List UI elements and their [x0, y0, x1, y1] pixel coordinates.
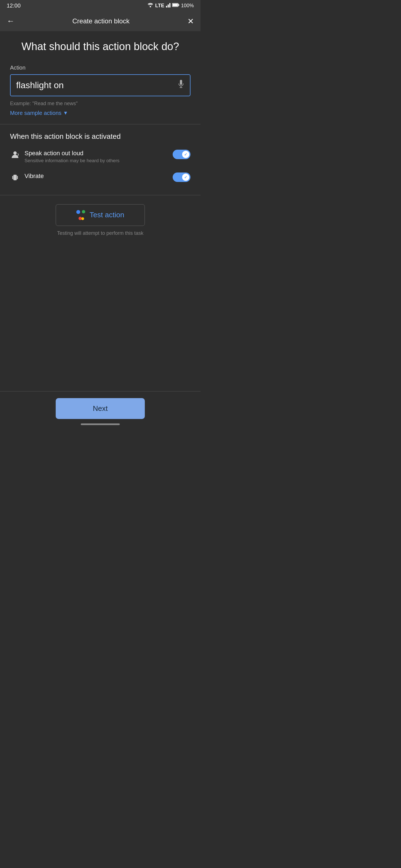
- activated-section-title: When this action block is activated: [10, 132, 191, 141]
- svg-rect-13: [17, 176, 18, 179]
- svg-rect-3: [169, 3, 170, 7]
- main-content: What should this action block do? Action…: [0, 31, 200, 391]
- next-button[interactable]: Next: [56, 398, 145, 419]
- more-samples-label: More sample actions: [10, 110, 61, 116]
- status-icons: LTE 100%: [147, 2, 194, 9]
- wifi-icon: [147, 3, 153, 8]
- status-bar: 12:00 LTE 100%: [0, 0, 200, 11]
- speak-action-left: Speak action out loud Sensitive informat…: [10, 150, 119, 163]
- bottom-bar: Next: [0, 391, 200, 434]
- lte-label: LTE: [155, 3, 164, 9]
- vibrate-label: Vibrate: [25, 173, 44, 180]
- test-description: Testing will attempt to perform this tas…: [57, 230, 143, 236]
- back-button[interactable]: ←: [7, 17, 15, 26]
- speak-action-sublabel: Sensitive information may be heard by ot…: [25, 158, 119, 163]
- signal-icon: [166, 2, 170, 9]
- toggle-knob-speak: ✓: [182, 151, 189, 158]
- toggle-knob-vibrate: ✓: [182, 174, 189, 181]
- speak-text-block: Speak action out loud Sensitive informat…: [25, 150, 119, 163]
- speak-action-row: Speak action out loud Sensitive informat…: [10, 150, 191, 163]
- test-action-section: Test action Testing will attempt to perf…: [10, 204, 191, 245]
- vibrate-icon: [10, 173, 20, 184]
- vibrate-text-block: Vibrate: [25, 173, 44, 180]
- page-question: What should this action block do?: [10, 40, 191, 54]
- test-action-button[interactable]: Test action: [56, 204, 145, 226]
- google-assistant-icon: [76, 210, 86, 220]
- vibrate-toggle[interactable]: ✓: [173, 173, 191, 182]
- close-button[interactable]: ✕: [188, 17, 194, 26]
- more-samples-button[interactable]: More sample actions ▼: [10, 110, 191, 116]
- svg-rect-2: [168, 4, 169, 7]
- action-input-text: flashlight on: [16, 80, 64, 90]
- svg-rect-12: [12, 176, 13, 179]
- header: ← Create action block ✕: [0, 11, 200, 31]
- svg-rect-7: [180, 80, 182, 85]
- dot-yellow: [81, 217, 84, 220]
- test-action-label: Test action: [90, 211, 124, 219]
- example-text: Example: "Read me the news": [10, 101, 191, 106]
- svg-point-10: [13, 151, 17, 155]
- speak-action-toggle[interactable]: ✓: [173, 150, 191, 159]
- divider-1: [0, 124, 200, 124]
- vibrate-row: Vibrate ✓: [10, 173, 191, 184]
- status-time: 12:00: [7, 2, 21, 9]
- battery-percent: 100%: [181, 3, 194, 9]
- svg-rect-1: [166, 6, 167, 7]
- divider-2: [0, 195, 200, 195]
- speak-action-label: Speak action out loud: [25, 150, 119, 157]
- svg-rect-6: [178, 4, 179, 6]
- action-input-container[interactable]: flashlight on: [10, 74, 191, 96]
- vibrate-left: Vibrate: [10, 173, 44, 184]
- action-label: Action: [10, 65, 191, 71]
- home-indicator: [81, 424, 120, 425]
- chevron-down-icon: ▼: [63, 110, 68, 116]
- header-title: Create action block: [73, 17, 130, 25]
- speak-icon: [10, 150, 20, 161]
- svg-point-0: [150, 6, 151, 7]
- mic-icon[interactable]: [178, 80, 184, 91]
- dot-blue: [76, 210, 80, 214]
- svg-rect-11: [13, 175, 17, 180]
- battery-icon: [172, 3, 179, 8]
- svg-rect-5: [172, 4, 178, 6]
- dot-green: [82, 210, 85, 213]
